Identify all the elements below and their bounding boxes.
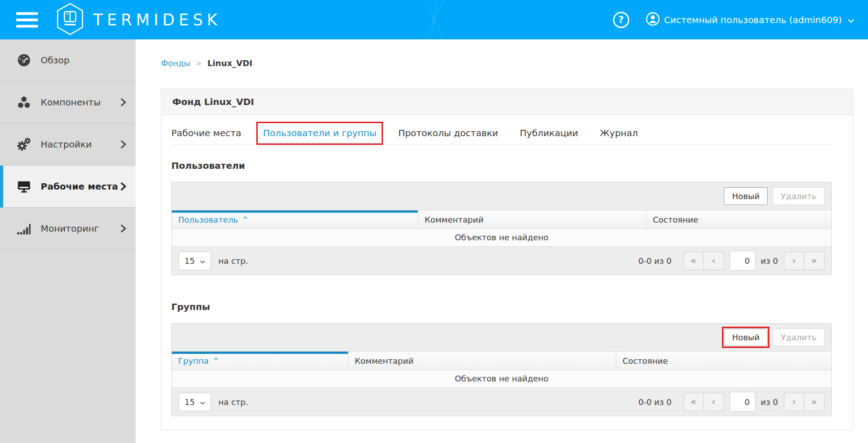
groups-column-comment[interactable]: Комментарий xyxy=(348,352,616,370)
chart-bars-icon xyxy=(16,221,35,236)
select-caret-icon xyxy=(200,256,205,266)
help-icon[interactable]: ? xyxy=(613,12,629,28)
users-page-input[interactable] xyxy=(730,251,755,271)
groups-per-page-select[interactable]: 15 xyxy=(179,393,211,411)
sidebar-item-label: Обзор xyxy=(41,55,70,66)
tab-publications[interactable]: Публикации xyxy=(520,120,578,144)
top-header: TERMIDESK ? Системный пользователь (admi… xyxy=(0,0,868,39)
dashboard-icon xyxy=(16,52,35,68)
breadcrumb-link-funds[interactable]: Фонды xyxy=(161,58,190,68)
fund-card: Фонд Linux_VDI Рабочие места Пользовател… xyxy=(161,89,853,430)
groups-pagination: 15 на стр. 0-0 из 0 « ‹ из 0 xyxy=(172,388,831,416)
tab-workplaces[interactable]: Рабочие места xyxy=(171,120,241,144)
prev-page-icon[interactable]: ‹ xyxy=(704,252,724,270)
user-avatar-icon xyxy=(646,12,660,28)
users-column-comment[interactable]: Комментарий xyxy=(418,210,646,229)
select-caret-icon xyxy=(200,397,205,407)
users-table: Новый Удалить Пользователь^ Комментарий … xyxy=(171,182,832,275)
users-column-user[interactable]: Пользователь^ xyxy=(172,210,418,229)
user-label: Системный пользователь (admin609) xyxy=(664,14,842,25)
users-empty-message: Объектов не найдено xyxy=(172,229,831,247)
monitor-icon xyxy=(16,179,35,194)
per-page-label: на стр. xyxy=(218,397,248,407)
sidebar-item-label: Настройки xyxy=(41,139,92,150)
chevron-right-icon xyxy=(120,181,127,192)
chevron-right-icon xyxy=(120,223,127,234)
users-table-header: Пользователь^ Комментарий Состояние xyxy=(172,210,831,229)
tab-users-groups[interactable]: Пользователи и группы xyxy=(263,120,377,144)
gears-icon xyxy=(16,137,35,152)
brand-title: TERMIDESK xyxy=(93,11,222,29)
sidebar: Обзор Компоненты xyxy=(0,39,136,443)
breadcrumb: Фонды > Linux_VDI xyxy=(136,39,868,68)
groups-table-header: Группа^ Комментарий Состояние xyxy=(172,352,831,370)
sidebar-item-monitoring[interactable]: Мониторинг xyxy=(0,208,136,250)
sidebar-item-label: Рабочие места xyxy=(41,181,118,192)
termidesk-logo: TERMIDESK xyxy=(55,3,222,37)
groups-page-input[interactable] xyxy=(730,392,755,412)
groups-of-total-label: из 0 xyxy=(761,397,778,407)
sidebar-item-settings[interactable]: Настройки xyxy=(0,124,136,166)
users-of-total-label: из 0 xyxy=(761,256,778,266)
first-page-icon[interactable]: « xyxy=(684,252,704,270)
groups-delete-button[interactable]: Удалить xyxy=(773,329,825,346)
users-toolbar: Новый Удалить xyxy=(172,182,831,210)
logo-hexagon-icon xyxy=(55,3,85,37)
groups-toolbar: Новый Удалить xyxy=(172,324,831,352)
tab-delivery-protocols[interactable]: Протоколы доставки xyxy=(398,120,498,144)
chevron-right-icon xyxy=(120,139,127,150)
groups-new-button[interactable]: Новый xyxy=(724,329,768,346)
next-page-icon[interactable]: › xyxy=(784,252,804,270)
groups-table: Новый Удалить Группа^ Комментарий Состоя… xyxy=(171,323,832,416)
last-page-icon[interactable]: » xyxy=(804,393,825,411)
sort-asc-icon: ^ xyxy=(243,216,248,223)
main-content: Фонды > Linux_VDI Фонд Linux_VDI Рабочие… xyxy=(136,39,868,443)
users-delete-button[interactable]: Удалить xyxy=(773,187,825,205)
tab-bar: Рабочие места Пользователи и группы Прот… xyxy=(171,120,832,145)
sidebar-item-label: Компоненты xyxy=(41,97,101,108)
per-page-label: на стр. xyxy=(218,256,248,266)
groups-section-title: Группы xyxy=(171,301,832,312)
sort-asc-icon: ^ xyxy=(213,357,219,364)
chevron-right-icon xyxy=(120,97,127,108)
first-page-icon[interactable]: « xyxy=(684,393,704,411)
sidebar-item-components[interactable]: Компоненты xyxy=(0,81,136,124)
last-page-icon[interactable]: » xyxy=(804,252,825,270)
menu-icon[interactable] xyxy=(16,12,38,28)
sidebar-item-overview[interactable]: Обзор xyxy=(0,39,136,81)
breadcrumb-current: Linux_VDI xyxy=(208,58,252,68)
groups-column-state[interactable]: Состояние xyxy=(616,352,831,370)
groups-empty-message: Объектов не найдено xyxy=(172,370,831,388)
user-menu[interactable]: Системный пользователь (admin609) xyxy=(646,12,854,28)
users-column-state[interactable]: Состояние xyxy=(646,210,831,229)
users-range-label: 0-0 из 0 xyxy=(638,256,672,266)
next-page-icon[interactable]: › xyxy=(784,393,804,411)
users-new-button[interactable]: Новый xyxy=(724,187,768,205)
users-section-title: Пользователи xyxy=(171,160,832,171)
breadcrumb-separator: > xyxy=(196,60,202,67)
sidebar-item-workplaces[interactable]: Рабочие места xyxy=(0,166,136,208)
card-title: Фонд Linux_VDI xyxy=(161,89,853,115)
cubes-icon xyxy=(16,95,35,110)
groups-range-label: 0-0 из 0 xyxy=(638,397,672,407)
chevron-down-icon xyxy=(848,16,854,25)
tab-journal[interactable]: Журнал xyxy=(600,120,638,144)
users-pagination: 15 на стр. 0-0 из 0 « ‹ из 0 xyxy=(172,247,831,275)
sidebar-item-label: Мониторинг xyxy=(41,223,99,234)
prev-page-icon[interactable]: ‹ xyxy=(704,393,724,411)
groups-column-group[interactable]: Группа^ xyxy=(172,352,348,370)
users-per-page-select[interactable]: 15 xyxy=(179,252,211,270)
